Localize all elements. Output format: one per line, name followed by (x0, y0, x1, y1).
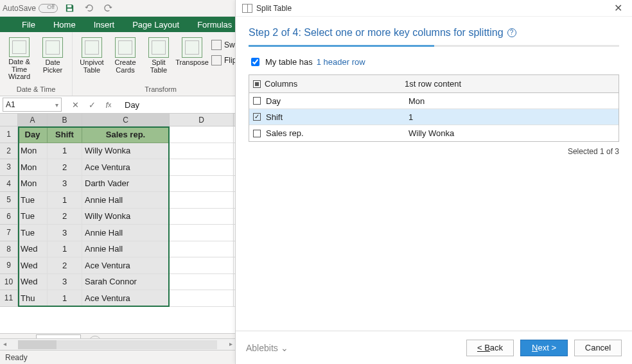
cell[interactable]: Mon (18, 143, 48, 160)
table-header-cell[interactable]: Day (18, 126, 48, 143)
autosave-toggle[interactable] (39, 4, 58, 13)
column-checkbox[interactable] (253, 97, 261, 105)
col-header[interactable]: D (170, 114, 234, 126)
cell[interactable]: 1 (48, 143, 82, 160)
col-header[interactable]: C (82, 114, 170, 126)
tab-insert[interactable]: Insert (85, 17, 124, 32)
header-row-option[interactable]: My table has 1 header row (249, 56, 619, 68)
group-date-time-label: Date & Time (3, 85, 69, 94)
date-time-wizard-button[interactable]: Date & Time Wizard (3, 35, 36, 81)
autosave: AutoSave (3, 4, 58, 13)
undo-icon[interactable] (81, 1, 96, 16)
tab-formulas[interactable]: Formulas (188, 17, 241, 32)
split-table-pane: Split Table ✕ Step 2 of 4: Select one or… (235, 0, 632, 364)
tab-home[interactable]: Home (44, 17, 85, 32)
chevron-down-icon: ⌄ (281, 343, 288, 353)
back-button[interactable]: < Back (466, 340, 514, 356)
select-all-corner[interactable] (0, 114, 18, 126)
create-cards-button[interactable]: Create Cards (109, 35, 142, 81)
chevron-down-icon: ▾ (55, 101, 58, 108)
col-header[interactable]: A (18, 114, 48, 126)
split-table-button[interactable]: Split Table (142, 35, 175, 81)
save-icon[interactable] (62, 1, 77, 16)
group-transform-label: Transform (75, 85, 246, 94)
help-icon[interactable]: ? (507, 28, 516, 37)
swap-icon (211, 40, 222, 50)
selected-count-label: Selected 1 of 3 (568, 147, 619, 156)
cancel-button[interactable]: Cancel (574, 340, 622, 356)
column-row[interactable]: Day Mon (249, 93, 619, 109)
fx-button[interactable]: fx (100, 98, 117, 112)
tab-pagelayout[interactable]: Page Layout (123, 17, 188, 32)
table-header-cell[interactable]: Sales rep. (82, 126, 170, 143)
table-header-cell[interactable]: Shift (48, 126, 82, 143)
column-checkbox[interactable] (253, 130, 261, 137)
transpose-button[interactable]: Transpose (175, 35, 209, 81)
cell[interactable]: Willy Wonka (82, 143, 170, 160)
flip-icon (211, 55, 222, 65)
date-picker-button[interactable]: Date Picker (36, 35, 69, 81)
pane-title: Split Table (256, 4, 292, 13)
cancel-fx-button[interactable]: ✕ (67, 98, 83, 112)
close-icon[interactable]: ✕ (610, 1, 626, 16)
columns-table: Columns 1st row content Day Mon ✓ Shift … (249, 74, 619, 142)
name-box[interactable]: A1 ▾ (3, 98, 62, 112)
svg-rect-0 (67, 5, 71, 8)
select-all-checkbox[interactable] (253, 80, 261, 88)
split-table-icon (242, 4, 252, 13)
redo-icon[interactable] (100, 1, 116, 16)
next-button[interactable]: Next > (520, 340, 568, 356)
header-row-checkbox[interactable] (251, 58, 259, 66)
cell[interactable] (170, 126, 234, 143)
row-header[interactable]: 2 (0, 143, 18, 160)
status-ready: Ready (5, 353, 28, 362)
col-header[interactable]: B (48, 114, 82, 126)
column-row[interactable]: ✓ Shift 1 (249, 109, 619, 125)
confirm-fx-button[interactable]: ✓ (83, 98, 100, 112)
ablebits-menu[interactable]: Ablebits ⌄ (246, 343, 288, 353)
column-checkbox[interactable]: ✓ (253, 113, 261, 121)
column-row[interactable]: Sales rep. Willy Wonka (249, 125, 619, 141)
tab-file[interactable]: File (13, 17, 44, 32)
svg-rect-1 (67, 8, 72, 11)
row-header[interactable]: 1 (0, 126, 18, 143)
header-row-link[interactable]: 1 header row (317, 57, 365, 67)
autosave-label: AutoSave (3, 4, 36, 13)
unpivot-table-button[interactable]: Unpivot Table (75, 35, 109, 81)
step-label: Step 2 of 4: Select one or more key colu… (249, 27, 504, 39)
progress-indicator (249, 45, 619, 47)
horizontal-scrollbar[interactable]: ◂▸ (0, 338, 235, 350)
